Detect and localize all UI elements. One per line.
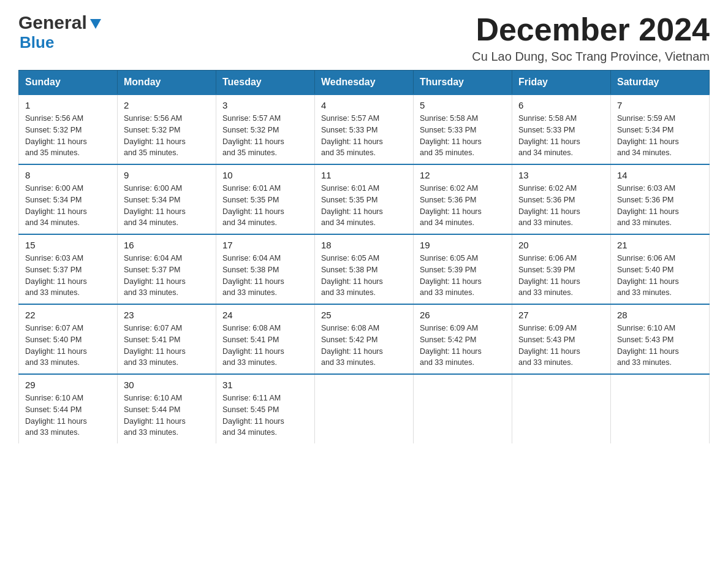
calendar-cell: 29Sunrise: 6:10 AMSunset: 5:44 PMDayligh… xyxy=(19,374,118,443)
sunset-text: Sunset: 5:41 PM xyxy=(124,335,180,344)
daylight-text: Daylight: 11 hours xyxy=(420,347,482,356)
sunset-text: Sunset: 5:39 PM xyxy=(518,266,575,274)
sunset-text: Sunset: 5:35 PM xyxy=(222,196,279,204)
day-number: 9 xyxy=(124,170,210,180)
day-info: Sunrise: 6:02 AMSunset: 5:36 PMDaylight:… xyxy=(518,183,604,229)
sunset-text: Sunset: 5:36 PM xyxy=(420,196,476,204)
calendar-cell: 31Sunrise: 6:11 AMSunset: 5:45 PMDayligh… xyxy=(216,374,315,443)
sunset-text: Sunset: 5:39 PM xyxy=(420,266,476,274)
sunset-text: Sunset: 5:32 PM xyxy=(124,126,180,134)
calendar-cell: 7Sunrise: 5:59 AMSunset: 5:34 PMDaylight… xyxy=(611,94,710,164)
day-number: 4 xyxy=(321,100,407,110)
daylight-text: and 33 minutes. xyxy=(617,358,672,367)
title-section: December 2024 Cu Lao Dung, Soc Trang Pro… xyxy=(472,12,710,64)
day-number: 27 xyxy=(518,310,604,320)
daylight-text: and 35 minutes. xyxy=(321,148,376,157)
day-info: Sunrise: 6:00 AMSunset: 5:34 PMDaylight:… xyxy=(124,183,210,229)
day-info: Sunrise: 6:06 AMSunset: 5:39 PMDaylight:… xyxy=(518,253,604,299)
calendar-header-row: Sunday Monday Tuesday Wednesday Thursday… xyxy=(19,71,710,95)
day-number: 14 xyxy=(617,170,703,180)
sunset-text: Sunset: 5:38 PM xyxy=(321,266,377,274)
sunrise-text: Sunrise: 5:56 AM xyxy=(124,114,182,123)
day-number: 25 xyxy=(321,310,407,320)
calendar-cell xyxy=(512,374,611,443)
sunset-text: Sunset: 5:32 PM xyxy=(222,126,279,134)
daylight-text: Daylight: 11 hours xyxy=(617,347,679,356)
sunrise-text: Sunrise: 6:01 AM xyxy=(222,184,281,193)
sunset-text: Sunset: 5:37 PM xyxy=(124,266,180,274)
daylight-text: and 35 minutes. xyxy=(222,148,277,157)
day-info: Sunrise: 6:00 AMSunset: 5:34 PMDaylight:… xyxy=(25,183,111,229)
calendar-cell xyxy=(611,374,710,443)
sunrise-text: Sunrise: 6:07 AM xyxy=(124,324,182,332)
day-number: 18 xyxy=(321,240,407,250)
day-info: Sunrise: 6:08 AMSunset: 5:42 PMDaylight:… xyxy=(321,323,407,369)
calendar-cell: 16Sunrise: 6:04 AMSunset: 5:37 PMDayligh… xyxy=(118,234,216,304)
col-tuesday: Tuesday xyxy=(216,71,315,95)
daylight-text: Daylight: 11 hours xyxy=(25,277,87,286)
daylight-text: Daylight: 11 hours xyxy=(222,137,284,146)
day-number: 7 xyxy=(617,100,703,110)
day-info: Sunrise: 5:58 AMSunset: 5:33 PMDaylight:… xyxy=(518,113,604,159)
col-sunday: Sunday xyxy=(19,71,118,95)
sunrise-text: Sunrise: 6:04 AM xyxy=(222,254,281,262)
daylight-text: Daylight: 11 hours xyxy=(617,137,679,146)
day-info: Sunrise: 5:58 AMSunset: 5:33 PMDaylight:… xyxy=(420,113,506,159)
sunrise-text: Sunrise: 6:03 AM xyxy=(25,254,83,262)
daylight-text: Daylight: 11 hours xyxy=(124,417,186,426)
daylight-text: and 33 minutes. xyxy=(124,428,178,437)
col-thursday: Thursday xyxy=(414,71,512,95)
day-info: Sunrise: 6:10 AMSunset: 5:44 PMDaylight:… xyxy=(124,393,210,439)
day-info: Sunrise: 5:56 AMSunset: 5:32 PMDaylight:… xyxy=(124,113,210,159)
daylight-text: and 34 minutes. xyxy=(222,218,277,227)
day-number: 11 xyxy=(321,170,407,180)
calendar-cell: 28Sunrise: 6:10 AMSunset: 5:43 PMDayligh… xyxy=(611,304,710,374)
sunset-text: Sunset: 5:44 PM xyxy=(124,405,180,414)
day-number: 13 xyxy=(518,170,604,180)
daylight-text: and 34 minutes. xyxy=(518,148,573,157)
day-info: Sunrise: 6:08 AMSunset: 5:41 PMDaylight:… xyxy=(222,323,308,369)
sunset-text: Sunset: 5:34 PM xyxy=(617,126,673,134)
calendar-week-3: 15Sunrise: 6:03 AMSunset: 5:37 PMDayligh… xyxy=(19,234,710,304)
day-number: 24 xyxy=(222,310,308,320)
col-saturday: Saturday xyxy=(611,71,710,95)
day-info: Sunrise: 5:57 AMSunset: 5:32 PMDaylight:… xyxy=(222,113,308,159)
calendar-cell: 6Sunrise: 5:58 AMSunset: 5:33 PMDaylight… xyxy=(512,94,611,164)
daylight-text: and 33 minutes. xyxy=(25,358,80,367)
day-info: Sunrise: 6:05 AMSunset: 5:38 PMDaylight:… xyxy=(321,253,407,299)
logo: General Blue xyxy=(18,12,101,52)
calendar-cell: 11Sunrise: 6:01 AMSunset: 5:35 PMDayligh… xyxy=(315,164,414,234)
sunrise-text: Sunrise: 6:10 AM xyxy=(124,394,182,402)
daylight-text: Daylight: 11 hours xyxy=(617,207,679,216)
sunrise-text: Sunrise: 6:11 AM xyxy=(222,394,281,402)
daylight-text: Daylight: 11 hours xyxy=(617,277,679,286)
daylight-text: Daylight: 11 hours xyxy=(222,347,284,356)
daylight-text: and 33 minutes. xyxy=(222,358,277,367)
calendar-cell: 20Sunrise: 6:06 AMSunset: 5:39 PMDayligh… xyxy=(512,234,611,304)
sunset-text: Sunset: 5:37 PM xyxy=(25,266,82,274)
day-number: 20 xyxy=(518,240,604,250)
daylight-text: Daylight: 11 hours xyxy=(420,137,482,146)
sunset-text: Sunset: 5:33 PM xyxy=(518,126,575,134)
daylight-text: Daylight: 11 hours xyxy=(518,277,580,286)
sunrise-text: Sunrise: 6:00 AM xyxy=(124,184,182,193)
day-number: 19 xyxy=(420,240,506,250)
sunset-text: Sunset: 5:36 PM xyxy=(518,196,575,204)
daylight-text: Daylight: 11 hours xyxy=(420,207,482,216)
day-number: 3 xyxy=(222,100,308,110)
calendar-cell: 27Sunrise: 6:09 AMSunset: 5:43 PMDayligh… xyxy=(512,304,611,374)
day-number: 26 xyxy=(420,310,506,320)
day-number: 8 xyxy=(25,170,111,180)
calendar-cell: 19Sunrise: 6:05 AMSunset: 5:39 PMDayligh… xyxy=(414,234,512,304)
sunset-text: Sunset: 5:34 PM xyxy=(25,196,82,204)
sunset-text: Sunset: 5:40 PM xyxy=(25,335,82,344)
day-number: 29 xyxy=(25,380,111,390)
daylight-text: and 33 minutes. xyxy=(321,358,376,367)
daylight-text: Daylight: 11 hours xyxy=(25,207,87,216)
sunset-text: Sunset: 5:43 PM xyxy=(518,335,575,344)
day-number: 30 xyxy=(124,380,210,390)
day-info: Sunrise: 6:10 AMSunset: 5:43 PMDaylight:… xyxy=(617,323,703,369)
sunrise-text: Sunrise: 6:10 AM xyxy=(617,324,675,332)
calendar-cell: 4Sunrise: 5:57 AMSunset: 5:33 PMDaylight… xyxy=(315,94,414,164)
day-info: Sunrise: 6:10 AMSunset: 5:44 PMDaylight:… xyxy=(25,393,111,439)
